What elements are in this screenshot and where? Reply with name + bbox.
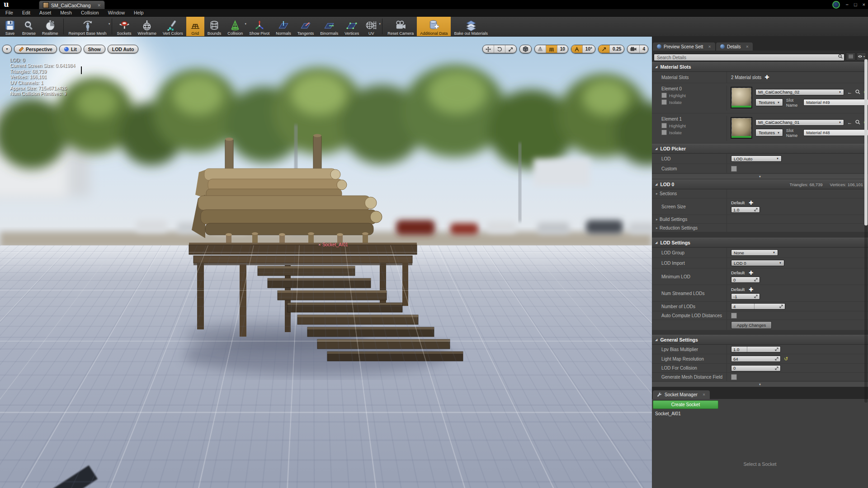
surface-snap-button[interactable]	[535, 45, 546, 53]
slot-name-input[interactable]	[803, 99, 868, 106]
toolbar-bake-out-materials[interactable]: Bake out Materials	[451, 17, 491, 36]
toolbar-grid[interactable]: Grid	[186, 17, 204, 36]
highlight-checkbox[interactable]	[661, 93, 667, 98]
socket-marker[interactable]: ✕ Socket_AI01	[318, 242, 348, 247]
toolbar-tangents[interactable]: Tangents	[294, 17, 317, 36]
textures-button[interactable]: Textures▼	[755, 99, 783, 106]
menu-mesh[interactable]: Mesh	[56, 10, 76, 15]
num-streamed-lods-input[interactable]: -1	[731, 293, 760, 300]
tab-socket-manager[interactable]: Socket Manager ✕	[653, 390, 710, 399]
advanced-expander[interactable]: ▼	[652, 381, 868, 387]
tab-preview-scene-settings[interactable]: Preview Scene Sett ✕	[653, 42, 715, 51]
menu-help[interactable]: Help	[129, 10, 148, 15]
create-socket-button[interactable]: Create Socket	[653, 400, 718, 409]
lightmap-resolution-input[interactable]: 64	[731, 356, 781, 362]
tab-close-icon[interactable]: ✕	[98, 3, 101, 8]
toolbar-binormals[interactable]: Binormals	[317, 17, 341, 36]
close-icon[interactable]: ✕	[703, 393, 706, 397]
menu-collision[interactable]: Collision	[76, 10, 104, 15]
reset-icon[interactable]: ↺	[784, 357, 788, 361]
slot-name-input[interactable]	[803, 129, 868, 136]
scale-tool-button[interactable]	[505, 45, 516, 53]
reduction-settings-row[interactable]: ▸Reduction Settings	[652, 224, 868, 232]
close-icon[interactable]: ✕	[708, 45, 711, 49]
socket-list-item[interactable]: Socket_AI01	[652, 410, 868, 418]
lit-button[interactable]: Lit	[59, 45, 81, 53]
lpv-bias-input[interactable]: 1.0	[731, 346, 781, 352]
category-lod-settings[interactable]: ◢ LOD Settings	[652, 238, 868, 248]
build-settings-row[interactable]: ▸Build Settings	[652, 215, 868, 224]
close-icon[interactable]: ✕	[746, 45, 749, 49]
chevron-down-icon[interactable]: ▼	[108, 23, 111, 25]
browse-to-asset-icon[interactable]	[855, 120, 860, 125]
maximize-button[interactable]: □	[854, 2, 857, 7]
lod-dropdown[interactable]: LOD Auto▼	[731, 155, 782, 162]
add-override-icon[interactable]: ✚	[749, 201, 753, 205]
menu-asset[interactable]: Asset	[35, 10, 56, 15]
category-general-settings[interactable]: ◢ General Settings	[652, 335, 868, 345]
auto-compute-checkbox[interactable]	[731, 313, 737, 319]
material-dropdown[interactable]: MI_CaiCaoChang_01▼	[755, 119, 844, 126]
add-override-icon[interactable]: ✚	[749, 287, 753, 292]
viewport[interactable]: ✕ Socket_AI01 LOD: 0Current Screen Size:…	[0, 36, 652, 488]
show-button[interactable]: Show	[84, 45, 105, 53]
display-list-button[interactable]	[846, 52, 855, 61]
toolbar-wireframe[interactable]: Wireframe	[135, 17, 160, 36]
minimize-button[interactable]: −	[845, 2, 848, 7]
toolbar-uv[interactable]: ▼UV	[362, 17, 380, 36]
textures-button[interactable]: Textures▼	[755, 129, 783, 136]
rotate-tool-button[interactable]	[494, 45, 505, 53]
chevron-down-icon[interactable]: ▼	[378, 23, 381, 25]
toolbar-reimport-base-mesh[interactable]: ▼Reimport Base Mesh	[66, 17, 110, 36]
distance-field-checkbox[interactable]	[731, 374, 737, 380]
add-override-icon[interactable]: ✚	[749, 271, 753, 275]
rotation-snap-size[interactable]: 10°	[582, 45, 595, 53]
toolbar-realtime[interactable]: Realtime	[39, 17, 61, 36]
asset-tab[interactable]: SM_CaiCaoChang ✕	[39, 0, 105, 9]
perspective-button[interactable]: Perspective	[14, 45, 57, 53]
screen-size-input[interactable]: 1.0	[731, 206, 760, 213]
sections-row[interactable]: ▸Sections	[652, 189, 868, 198]
menu-file[interactable]: File	[1, 10, 18, 15]
menu-window[interactable]: Window	[104, 10, 129, 15]
material-thumbnail[interactable]	[731, 117, 752, 139]
highlight-checkbox[interactable]	[661, 123, 667, 128]
material-dropdown[interactable]: MI_CaiCaoChang_02▼	[755, 89, 844, 95]
custom-checkbox[interactable]	[731, 166, 737, 172]
isolate-checkbox[interactable]	[661, 130, 667, 135]
toolbar-browse[interactable]: Browse	[19, 17, 39, 36]
scale-snap-size[interactable]: 0.25	[609, 45, 624, 53]
coordinate-system-button[interactable]	[519, 45, 532, 53]
scrollbar-thumb[interactable]	[864, 59, 868, 225]
camera-speed-button[interactable]	[627, 45, 639, 53]
lod-import-dropdown[interactable]: LOD 0▼	[731, 260, 784, 266]
toolbar-save[interactable]: Save	[1, 17, 19, 36]
scale-snap-toggle[interactable]	[599, 45, 609, 53]
grid-snap-size[interactable]: 10	[557, 45, 568, 53]
rotation-snap-toggle[interactable]	[571, 45, 582, 53]
number-of-lods-input[interactable]: 4	[731, 303, 785, 310]
toolbar-collision[interactable]: ▼Collision	[224, 17, 246, 36]
toolbar-reset-camera[interactable]: Reset Camera	[384, 17, 417, 36]
menu-edit[interactable]: Edit	[18, 10, 35, 15]
category-lod0[interactable]: ◢ LOD 0 Triangles: 68,739 Vertices: 106,…	[652, 179, 868, 189]
apply-changes-button[interactable]: Apply Changes	[731, 321, 772, 329]
toolbar-vertices[interactable]: Vertices	[341, 17, 362, 36]
advanced-expander[interactable]: ▼	[652, 174, 868, 179]
close-button[interactable]: ×	[863, 2, 865, 7]
move-tool-button[interactable]	[483, 45, 494, 53]
lod-auto-button[interactable]: LOD Auto	[108, 45, 139, 53]
toolbar-additional-data[interactable]: Additional Data	[417, 17, 451, 36]
details-scrollbar[interactable]	[864, 59, 868, 403]
use-selected-icon[interactable]: ←	[847, 120, 852, 125]
minimum-lod-input[interactable]: 0	[731, 277, 760, 283]
static-mesh-preview[interactable]	[167, 127, 484, 380]
grid-snap-toggle[interactable]	[546, 45, 557, 53]
isolate-checkbox[interactable]	[661, 99, 667, 105]
toolbar-bounds[interactable]: Bounds	[204, 17, 225, 36]
category-material-slots[interactable]: ◢ Material Slots	[652, 62, 868, 72]
tab-details[interactable]: Details ✕	[716, 42, 753, 51]
lod-group-dropdown[interactable]: None▼	[731, 249, 778, 256]
category-lod-picker[interactable]: ◢ LOD Picker	[652, 144, 868, 154]
camera-speed-value-button[interactable]: 4	[639, 45, 648, 53]
